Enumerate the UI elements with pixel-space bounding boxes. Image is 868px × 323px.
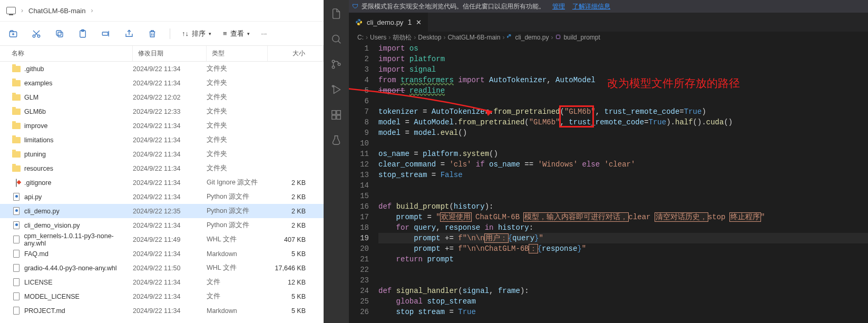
file-row[interactable]: resources2024/9/22 11:34文件夹 [0,161,324,175]
file-row[interactable]: GLM6b2024/9/22 12:33文件夹 [0,104,324,119]
folder-icon [12,151,21,158]
rename-icon[interactable] [100,29,112,38]
file-row[interactable]: MODEL_LICENSE2024/9/22 11:34文件5 KB [0,289,324,304]
breadcrumb-segment[interactable]: Desktop [418,34,441,41]
source-control-icon[interactable] [330,58,343,71]
breadcrumb-segment[interactable]: ChatGLM-6B-main [447,34,500,41]
file-size: 2 KB [268,193,324,201]
file-size: 2 KB [268,222,324,229]
svg-rect-17 [557,35,560,38]
folder-icon [12,165,21,172]
code-area[interactable]: 1234567891011121314151617181920212223242… [349,43,868,323]
file-row[interactable]: .gitignore2024/9/22 11:34Git Ignore 源文件2… [0,175,324,190]
file-row[interactable]: api.py2024/9/22 11:34Python 源文件2 KB [0,190,324,204]
file-date: 2024/9/22 11:34 [133,151,207,158]
sort-button[interactable]: ↑↓排序▾ [182,29,211,38]
restricted-mode-banner: 🛡 受限模式旨在实现安全地浏览代码。信任此窗口以启用所有功能。 管理 了解详细信… [349,0,868,13]
folder-icon [12,109,21,115]
file-name: limitations [24,136,54,144]
code-content[interactable]: import osimport platformimport signalfro… [378,43,868,323]
header-name[interactable]: 名称 [0,46,133,61]
new-folder-icon[interactable] [7,29,19,38]
pc-icon[interactable] [6,7,16,14]
breadcrumb-segment[interactable]: Users [370,34,386,41]
delete-icon[interactable] [147,29,158,38]
file-row[interactable]: FAQ.md2024/9/22 11:34Markdown5 KB [0,247,324,261]
file-size: 17,646 KB [268,265,324,272]
more-icon[interactable]: ··· [261,30,267,37]
file-name: LICENSE [24,279,53,286]
editor-tabs: cli_demo.py 1 ✕ [349,13,868,32]
file-size: 5 KB [268,293,324,300]
file-icon [13,278,19,286]
file-list[interactable]: .github2024/9/22 11:34文件夹examples2024/9/… [0,62,324,323]
learn-more-link[interactable]: 了解详细信息 [572,2,610,11]
breadcrumb-segment[interactable]: cli_demo.py [515,34,549,41]
file-row[interactable]: PROJECT.md2024/9/22 11:34Markdown5 KB [0,304,324,318]
view-button[interactable]: ≡查看▾ [223,29,250,38]
file-type: 文件夹 [207,79,268,87]
column-headers: 名称 修改日期 类型 大小 [0,45,324,62]
file-row[interactable]: cli_demo_vision.py2024/9/22 11:34Python … [0,218,324,232]
svg-point-9 [332,60,335,63]
breadcrumb-segment[interactable]: build_prompt [563,34,600,41]
file-row[interactable]: examples2024/9/22 11:34文件夹 [0,76,324,90]
file-row[interactable]: .github2024/9/22 11:34文件夹 [0,62,324,76]
manage-link[interactable]: 管理 [552,2,565,11]
file-date: 2024/9/22 11:34 [133,165,207,172]
editor-breadcrumb[interactable]: C:›Users›胡劲松›Desktop›ChatGLM-6B-main›cli… [349,32,868,43]
file-explorer: › ChatGLM-6B-main › ↑↓排序▾ ≡查看▾ ··· 名称 修改… [0,0,324,323]
file-date: 2024/9/22 11:34 [133,222,207,229]
file-row[interactable]: cli_demo.py2024/9/22 12:35Python 源文件2 KB [0,204,324,218]
file-date: 2024/9/22 11:34 [133,193,207,201]
file-date: 2024/9/22 11:34 [133,136,207,144]
file-type: Python 源文件 [207,221,268,230]
file-name: FAQ.md [24,250,48,258]
file-type: Python 源文件 [207,207,268,216]
svg-rect-15 [337,115,340,119]
svg-rect-13 [332,111,336,114]
breadcrumb-bar: › ChatGLM-6B-main › [0,0,324,21]
extensions-icon[interactable] [330,109,343,121]
tab-cli-demo[interactable]: cli_demo.py 1 ✕ [349,13,428,32]
search-icon[interactable] [330,33,343,45]
file-date: 2024/9/22 11:34 [133,250,207,258]
paste-icon[interactable] [77,29,89,38]
file-size: 2 KB [268,208,324,215]
file-type: 文件夹 [207,93,268,102]
breadcrumb-segment[interactable]: 胡劲松 [393,33,412,42]
file-row[interactable]: LICENSE2024/9/22 11:34文件12 KB [0,275,324,289]
debug-icon[interactable] [330,83,343,96]
code-editor: 🛡 受限模式旨在实现安全地浏览代码。信任此窗口以启用所有功能。 管理 了解详细信… [324,0,868,323]
cut-icon[interactable] [31,29,42,38]
file-row[interactable]: improve2024/9/22 11:34文件夹 [0,119,324,133]
file-name: .github [24,65,44,73]
file-row[interactable]: gradio-4.44.0-py3-none-any.whl2024/9/22 … [0,261,324,275]
file-row[interactable]: cpm_kernels-1.0.11-py3-none-any.whl2024/… [0,232,324,247]
header-size[interactable]: 大小 [268,46,324,61]
sort-label: 排序 [192,29,206,38]
file-row[interactable]: GLM2024/9/22 12:02文件夹 [0,90,324,104]
svg-point-8 [333,35,339,42]
testing-icon[interactable] [330,134,343,146]
copy-icon[interactable] [54,29,65,38]
folder-icon [12,94,21,101]
file-row[interactable]: ptuning2024/9/22 11:34文件夹 [0,147,324,161]
chevron-right-icon: › [91,7,93,14]
file-row[interactable]: limitations2024/9/22 11:34文件夹 [0,133,324,147]
svg-rect-4 [56,31,61,35]
breadcrumb-segment[interactable]: C: [357,34,364,41]
share-icon[interactable] [123,29,135,38]
explorer-icon[interactable] [330,7,343,20]
file-date: 2024/9/22 11:34 [133,80,207,87]
breadcrumb-item[interactable]: ChatGLM-6B-main [28,7,85,15]
shield-icon: 🛡 [352,3,358,10]
header-date[interactable]: 修改日期 [133,46,207,61]
file-size: 407 KB [268,236,324,243]
activity-bar [324,0,349,323]
file-icon [13,292,19,300]
close-icon[interactable]: ✕ [416,18,422,26]
header-type[interactable]: 类型 [207,46,268,61]
line-numbers: 1234567891011121314151617181920212223242… [349,43,378,323]
file-type: 文件夹 [207,107,268,116]
